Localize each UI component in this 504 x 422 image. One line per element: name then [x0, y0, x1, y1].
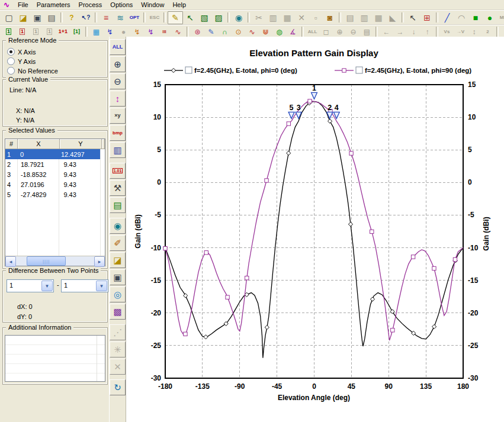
- save-bmp-button[interactable]: bmp: [110, 125, 126, 141]
- additional-info-list[interactable]: [5, 335, 105, 382]
- axis-settings-button[interactable]: ↕: [110, 91, 126, 107]
- new-file-button[interactable]: ▢: [2, 12, 16, 24]
- toolbar-separator: [301, 27, 304, 37]
- select-mode-button[interactable]: ↖: [183, 12, 197, 24]
- pattern-2d-button[interactable]: ◍: [272, 27, 286, 37]
- chevron-down-icon[interactable]: ▼: [96, 281, 107, 291]
- pick-vertex-button[interactable]: ⊞: [420, 12, 434, 24]
- draw-mode-button[interactable]: ✎: [168, 11, 183, 24]
- post-process-button[interactable]: ↯: [144, 27, 158, 37]
- column-header-num[interactable]: #: [5, 139, 18, 149]
- plot-zoom-in-button[interactable]: ⊕: [110, 56, 126, 72]
- main-area: Reference Mode X Axis Y Axis No Referenc…: [0, 37, 504, 422]
- table-row[interactable]: 3-18.85329.43: [5, 169, 105, 179]
- radiation-pattern-button[interactable]: ⊛: [191, 27, 204, 37]
- scroll-right-button[interactable]: ▸: [94, 256, 105, 267]
- s-param-display-button[interactable]: ∿: [171, 27, 185, 37]
- window-1plus1-button-icon: 1+1: [59, 29, 68, 34]
- legend-checkbox-1[interactable]: [356, 67, 362, 73]
- select-poly-button[interactable]: ▨: [211, 12, 226, 24]
- save-plot-button[interactable]: ▣: [110, 269, 126, 285]
- selected-point-marker-1[interactable]: [312, 92, 317, 99]
- radio-x-axis-icon: [7, 48, 15, 56]
- menu-options[interactable]: Options: [106, 1, 137, 9]
- menu-help[interactable]: Help: [168, 1, 190, 9]
- layer-view-button[interactable]: ≋: [113, 12, 127, 24]
- help-button[interactable]: ?: [65, 12, 79, 24]
- x-tick-label: -90: [235, 382, 245, 391]
- table-row[interactable]: 427.01969.43: [5, 179, 105, 189]
- mesh-view-button[interactable]: ▦: [89, 27, 103, 37]
- table-row[interactable]: 1012.4297: [5, 149, 100, 159]
- list-data-button[interactable]: ▤: [110, 197, 126, 213]
- toolbar-separator: [60, 12, 63, 22]
- y-tick-label-left: 0: [157, 178, 161, 186]
- table-h-scrollbar[interactable]: ◂ |||| ▸: [5, 256, 105, 266]
- draw-line-button[interactable]: ╱: [440, 12, 454, 24]
- marker-settings-button[interactable]: ×y: [110, 108, 126, 124]
- draw-circle-button[interactable]: ●: [483, 12, 497, 24]
- scroll-thumb[interactable]: ||||: [27, 256, 65, 266]
- scroll-left-button[interactable]: ◂: [5, 256, 16, 267]
- copy-plot-button[interactable]: ▥: [110, 142, 126, 158]
- data-readout-button[interactable]: 1.01: [110, 163, 126, 179]
- window-bracket-1-button[interactable]: [1]: [70, 27, 84, 37]
- cell-x: 27.0196: [19, 181, 62, 188]
- simulate-button[interactable]: ↯: [103, 27, 117, 37]
- define-window-1-button[interactable]: 1: [15, 27, 29, 37]
- pattern-compare-button[interactable]: ⋓: [259, 27, 272, 37]
- table-row[interactable]: 5-27.48299.43: [5, 189, 105, 199]
- point-a-select[interactable]: 1 ▼: [7, 279, 54, 292]
- current-distribution-button[interactable]: ∩: [218, 27, 232, 37]
- pattern-slice-button[interactable]: ∿: [245, 27, 259, 37]
- refresh-plot-button[interactable]: ↻: [110, 379, 126, 395]
- column-header-x[interactable]: X: [18, 139, 60, 149]
- menu-parameters[interactable]: Parameters: [33, 1, 75, 9]
- context-help-button[interactable]: ↖?: [79, 12, 93, 24]
- scroll-track[interactable]: ||||: [16, 256, 94, 266]
- menu-file[interactable]: File: [14, 1, 33, 9]
- plot-edit-button[interactable]: ∡: [286, 27, 300, 37]
- plot-options-button[interactable]: ⚒: [110, 180, 126, 196]
- chart-title: Elevation Pattern Gain Display: [249, 48, 378, 58]
- menu-window[interactable]: Window: [137, 1, 168, 9]
- optimize-button[interactable]: OPT: [127, 12, 142, 24]
- open-plot-button[interactable]: ◪: [110, 252, 126, 268]
- export-web-button[interactable]: ◎: [110, 286, 126, 302]
- window-1plus1-button[interactable]: 1+1: [56, 27, 70, 37]
- metal-strips-button[interactable]: ≡: [99, 12, 113, 24]
- edit-style-button[interactable]: ✐: [110, 235, 126, 251]
- menu-process[interactable]: Process: [75, 1, 107, 9]
- point-b-select[interactable]: 1 ▼: [61, 279, 108, 292]
- point-a-value: 1: [9, 282, 13, 289]
- plot-fit-all-button[interactable]: ALL: [110, 39, 126, 55]
- view-toggle-button[interactable]: ◉: [232, 12, 246, 24]
- zoom-in-button: ⊕: [333, 27, 346, 37]
- radio-x-axis[interactable]: X Axis: [7, 48, 36, 56]
- column-header-y[interactable]: Y: [60, 139, 102, 149]
- save-file-button[interactable]: ▣: [30, 12, 44, 24]
- simulate-display-button[interactable]: ↯: [130, 27, 144, 37]
- open-file-button[interactable]: ◪: [16, 12, 30, 24]
- table-row[interactable]: 218.79219.43: [5, 159, 105, 169]
- radio-no-reference[interactable]: No Reference: [7, 67, 58, 75]
- view-options-button[interactable]: ◉: [110, 218, 126, 234]
- app-window: ∿ File Parameters Process Options Window…: [0, 0, 504, 422]
- display-iii-button[interactable]: III: [158, 27, 171, 37]
- selected-values-table[interactable]: #XY 1012.4297218.79219.433-18.85329.4342…: [5, 138, 105, 266]
- window-gray-2-button: 1: [43, 27, 56, 37]
- pack-objects-button[interactable]: ◙: [323, 12, 337, 24]
- draw-rect-button[interactable]: ■: [468, 12, 483, 24]
- select-rect-button[interactable]: ▧: [197, 12, 211, 24]
- pick-arrow-button[interactable]: ↖: [406, 12, 420, 24]
- radio-y-axis[interactable]: Y Axis: [7, 57, 36, 65]
- pattern-3d-button[interactable]: ⊙: [232, 27, 245, 37]
- export-bitmap-button[interactable]: ▩: [110, 304, 126, 320]
- chevron-down-icon[interactable]: ▼: [41, 281, 53, 291]
- chart-area[interactable]: -180-135-90-4504590135180151510105500-5-…: [126, 37, 504, 422]
- plot-zoom-out-button[interactable]: ⊖: [110, 73, 126, 89]
- print-button[interactable]: ▤: [44, 12, 59, 24]
- legend-checkbox-0[interactable]: [185, 67, 192, 73]
- display-window-1-button[interactable]: 1: [2, 27, 15, 37]
- pattern-notes-button[interactable]: ✎: [204, 27, 218, 37]
